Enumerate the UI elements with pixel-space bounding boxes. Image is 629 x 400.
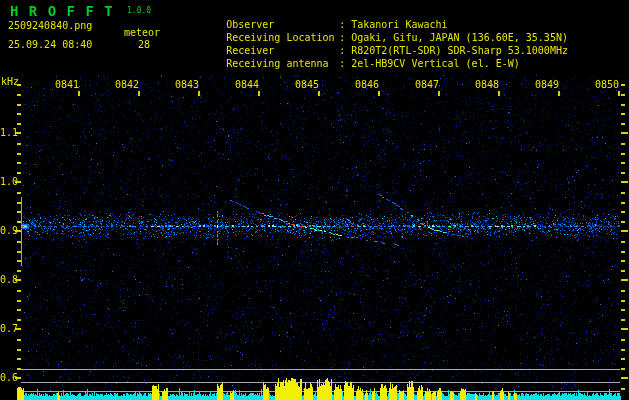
time-label-0844: 0844: [233, 79, 259, 90]
freq-label-1.1: 1.1: [0, 127, 14, 138]
time-label-0841: 0841: [53, 79, 79, 90]
freq-label-1.0: 1.0: [0, 176, 14, 187]
info-value: Ogaki, Gifu, JAPAN (136.60E, 35.35N): [351, 32, 568, 43]
station-info: Observer:Takanori Kawachi Receiving Loca…: [178, 5, 568, 57]
info-separator: :: [339, 57, 345, 70]
time-label-0845: 0845: [293, 79, 319, 90]
freq-label-0.6: 0.6: [0, 372, 14, 383]
app-title: H R O F F T: [10, 3, 114, 19]
mode-label: meteor: [124, 27, 160, 38]
info-value: Takanori Kawachi: [351, 19, 447, 30]
time-label-0843: 0843: [173, 79, 199, 90]
header: H R O F F T 1.0.0 2509240840.png meteor …: [0, 0, 629, 62]
freq-axis-unit: kHz: [1, 76, 19, 87]
time-label-0842: 0842: [113, 79, 139, 90]
info-separator: :: [339, 44, 345, 57]
time-label-0850: 0850: [593, 79, 619, 90]
app-version: 1.0.0: [127, 6, 151, 15]
freq-label-0.9: 0.9: [0, 225, 14, 236]
time-label-0848: 0848: [473, 79, 499, 90]
info-label: Receiving Location: [226, 31, 339, 44]
time-label-0846: 0846: [353, 79, 379, 90]
echo-count: 28: [138, 39, 150, 50]
datetime-label: 25.09.24 08:40: [8, 39, 92, 50]
info-row-observer: Observer:Takanori Kawachi: [178, 5, 568, 18]
info-label: Receiving antenna: [226, 57, 339, 70]
info-label: Observer: [226, 18, 339, 31]
info-separator: :: [339, 18, 345, 31]
info-label: Receiver: [226, 44, 339, 57]
freq-label-0.7: 0.7: [0, 323, 14, 334]
info-value: 2el-HB9CV Vertical (el. E-W): [351, 58, 520, 69]
time-label-0847: 0847: [413, 79, 439, 90]
freq-label-0.8: 0.8: [0, 274, 14, 285]
hrofft-output: H R O F F T 1.0.0 2509240840.png meteor …: [0, 0, 629, 400]
info-value: R820T2(RTL-SDR) SDR-Sharp 53.1000MHz: [351, 45, 568, 56]
output-filename: 2509240840.png: [8, 20, 92, 31]
time-label-0849: 0849: [533, 79, 559, 90]
info-separator: :: [339, 31, 345, 44]
